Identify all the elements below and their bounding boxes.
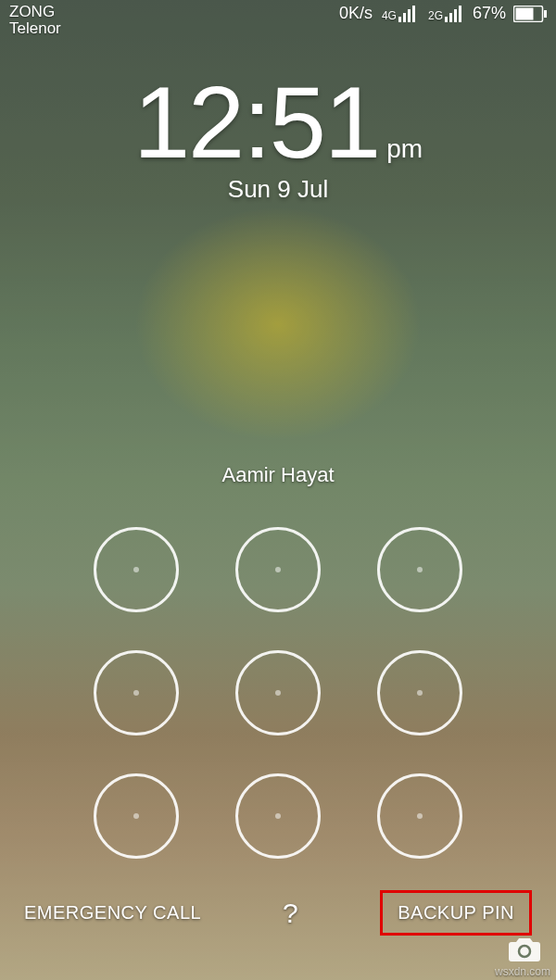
status-carriers: ZONG Telenor bbox=[9, 4, 61, 37]
pattern-node-3[interactable] bbox=[377, 527, 462, 612]
lock-screen: ZONG Telenor 0K/s 4G 2G bbox=[0, 0, 556, 980]
pattern-node-4[interactable] bbox=[94, 650, 179, 735]
svg-rect-7 bbox=[459, 6, 461, 22]
svg-rect-0 bbox=[398, 17, 401, 22]
clock-time: 12:51 bbox=[133, 63, 379, 181]
clock-area: 12:51 pm Sun 9 Jul bbox=[0, 63, 556, 204]
status-bar: ZONG Telenor 0K/s 4G 2G bbox=[0, 0, 556, 39]
backup-pin-button[interactable]: BACKUP PIN bbox=[398, 902, 514, 923]
signal-bars-icon bbox=[398, 6, 419, 22]
battery-icon bbox=[513, 6, 547, 22]
attribution: wsxdn.com bbox=[495, 965, 550, 978]
bottom-bar: EMERGENCY CALL ? BACKUP PIN bbox=[0, 890, 556, 936]
clock-ampm: pm bbox=[386, 134, 423, 177]
pattern-node-6[interactable] bbox=[377, 650, 462, 735]
signal-2-label: 2G bbox=[428, 9, 443, 22]
clock-date: Sun 9 Jul bbox=[0, 175, 556, 204]
svg-rect-10 bbox=[544, 10, 547, 18]
svg-rect-6 bbox=[454, 9, 457, 22]
camera-shortcut[interactable] bbox=[504, 928, 545, 969]
svg-rect-2 bbox=[408, 9, 411, 22]
svg-rect-9 bbox=[516, 7, 534, 19]
pattern-node-5[interactable] bbox=[235, 650, 321, 735]
pattern-node-2[interactable] bbox=[235, 527, 321, 612]
pattern-node-1[interactable] bbox=[94, 527, 179, 612]
signal-bars-icon bbox=[445, 6, 465, 22]
status-right: 0K/s 4G 2G 67% bbox=[339, 4, 547, 23]
signal-1-label: 4G bbox=[382, 9, 397, 22]
carrier-1: ZONG bbox=[9, 4, 61, 20]
network-speed: 0K/s bbox=[339, 4, 373, 23]
svg-rect-1 bbox=[403, 13, 406, 22]
pattern-grid[interactable] bbox=[65, 508, 491, 878]
carrier-2: Telenor bbox=[9, 20, 61, 37]
pattern-node-9[interactable] bbox=[377, 773, 462, 859]
signal-1-group: 4G bbox=[380, 6, 419, 22]
pattern-node-8[interactable] bbox=[235, 773, 321, 859]
svg-rect-4 bbox=[445, 17, 448, 22]
camera-icon bbox=[508, 935, 541, 962]
owner-name: Aamir Hayat bbox=[0, 463, 556, 487]
battery-percent: 67% bbox=[473, 4, 506, 23]
svg-rect-3 bbox=[412, 6, 415, 22]
emergency-call-button[interactable]: EMERGENCY CALL bbox=[24, 902, 201, 923]
help-icon[interactable]: ? bbox=[283, 898, 298, 929]
pattern-node-7[interactable] bbox=[94, 773, 179, 859]
signal-2-group: 2G bbox=[426, 6, 465, 22]
svg-rect-5 bbox=[449, 13, 452, 22]
